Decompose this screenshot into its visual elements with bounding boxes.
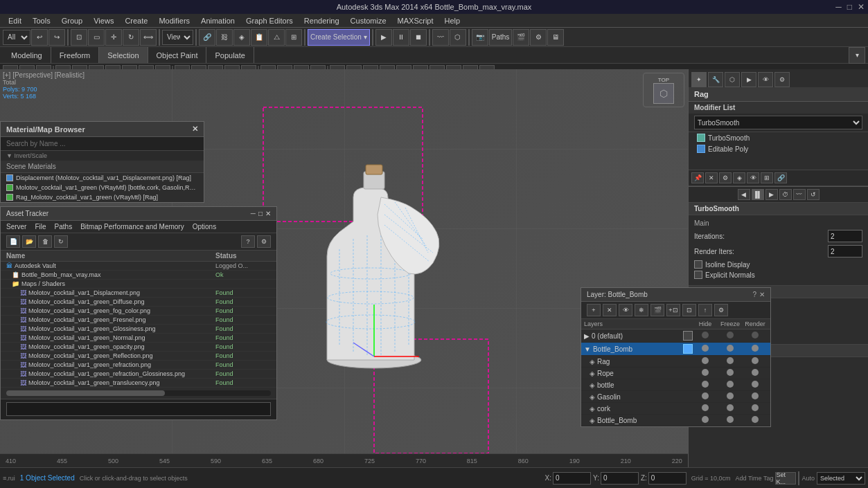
next-btn[interactable]: ▶ — [765, 189, 778, 200]
menu-modifiers[interactable]: Modifiers — [153, 15, 195, 26]
curve-editor-btn[interactable]: 〰 — [432, 29, 449, 46]
lp-freeze-btn[interactable]: ❄ — [635, 304, 648, 316]
move-btn[interactable]: ✛ — [105, 29, 122, 46]
schematic-btn[interactable]: ⬡ — [450, 29, 466, 46]
layer-panel-header[interactable]: Layer: Bottle_Bomb ? ✕ — [581, 288, 770, 302]
populate-options-btn[interactable]: ▾ — [849, 47, 865, 64]
layer-row-0[interactable]: ▶ 0 (default) — [581, 329, 770, 343]
explicit-normals-checkbox[interactable] — [694, 271, 702, 279]
asset-tracker-minimize[interactable]: ─ — [251, 210, 256, 217]
explicit-normals-check[interactable]: Explicit Normals — [694, 271, 862, 279]
render-btn[interactable]: 🎬 — [513, 29, 529, 46]
menu-views[interactable]: Views — [88, 15, 119, 26]
x-input[interactable] — [553, 472, 591, 485]
show-end-result-btn[interactable]: ⊞ — [761, 172, 773, 183]
select-name-btn[interactable]: 📋 — [251, 29, 267, 46]
layer-help-btn[interactable]: ? — [752, 291, 756, 298]
at-row-4[interactable]: 🖼 Molotov_cocktail_var1_green_Diffuse.pn… — [1, 298, 276, 307]
active-btn[interactable]: ▐▌ — [752, 189, 764, 200]
lp-add-btn[interactable]: + — [587, 304, 601, 316]
y-input[interactable] — [601, 472, 639, 485]
layer-row-1[interactable]: ▼ Bottle_Bomb — [581, 343, 770, 356]
tab-freeform[interactable]: Freeform — [51, 47, 100, 63]
rp-tab-hierarchy[interactable]: ⬡ — [725, 72, 740, 87]
at-delete-btn[interactable]: 🗑 — [38, 235, 52, 248]
filter-select[interactable]: Selected — [817, 472, 865, 485]
at-scrollbar[interactable] — [6, 390, 271, 396]
lp-add-select-btn[interactable]: +⊡ — [666, 304, 680, 316]
at-open-btn[interactable]: 📂 — [22, 235, 36, 248]
select-btn[interactable]: ⊡ — [71, 29, 87, 46]
layer-row-cork[interactable]: ◈ cork — [581, 403, 770, 415]
bezier-btn[interactable]: 〰 — [793, 189, 806, 200]
at-row-6[interactable]: 🖼 Molotov_cocktail_var1_green_Fresnel.pn… — [1, 316, 276, 325]
lp-properties-btn[interactable]: ⚙ — [714, 304, 728, 316]
at-refresh-btn[interactable]: ↻ — [54, 235, 68, 248]
at-row-3[interactable]: 🖼 Molotov_cocktail_var1_Displacment.png … — [1, 289, 276, 298]
menu-create[interactable]: Create — [119, 15, 153, 26]
menu-customize[interactable]: Customize — [345, 15, 392, 26]
bind-btn[interactable]: ◈ — [233, 29, 250, 46]
menu-graph-editors[interactable]: Graph Editors — [240, 15, 299, 26]
layer-row-rag[interactable]: ◈ Rag — [581, 356, 770, 368]
mirror-btn[interactable]: ⧍ — [268, 29, 285, 46]
render-setup-btn[interactable]: ⚙ — [530, 29, 547, 46]
view-select[interactable]: View — [162, 30, 193, 45]
undo-btn[interactable]: ↩ — [31, 29, 48, 46]
menu-rendering[interactable]: Rendering — [299, 15, 345, 26]
asset-tracker-close[interactable]: ✕ — [265, 210, 271, 217]
z-input[interactable] — [648, 472, 687, 485]
menu-edit[interactable]: Edit — [3, 15, 27, 26]
at-row-2[interactable]: 📁 Maps / Shaders — [1, 280, 276, 289]
render-frame-btn[interactable]: 🖥 — [547, 29, 564, 46]
layer-row-rope[interactable]: ◈ Rope — [581, 368, 770, 379]
mat-item-1[interactable]: Molotov_cocktail_var1_green (VRayMtl) [b… — [1, 183, 204, 192]
rp-tab-modify[interactable]: 🔧 — [708, 72, 723, 87]
set-key-btn[interactable]: Set K... — [775, 472, 796, 485]
render-iters-input[interactable] — [828, 245, 862, 257]
mode-select[interactable]: All — [3, 30, 30, 45]
turbosmoothsection-header[interactable]: TurboSmooth — [689, 203, 868, 215]
rp-tab-create[interactable]: ✦ — [691, 72, 707, 87]
modifier-select[interactable]: TurboSmooth Editable Poly — [694, 116, 862, 129]
layer-active-indicator[interactable] — [683, 344, 693, 354]
at-row-8[interactable]: 🖼 Molotov_cocktail_var1_green_Normal.png… — [1, 334, 276, 343]
modifier-turbosmoothitem[interactable]: TurboSmooth — [689, 132, 868, 143]
keyframes-btn[interactable]: ⏱ — [779, 189, 792, 200]
mat-browser-header[interactable]: Material/Map Browser ✕ — [1, 122, 204, 137]
lp-move-btn[interactable]: ↑ — [698, 304, 712, 316]
isoline-checkbox[interactable] — [694, 260, 702, 269]
isoline-check[interactable]: Isoline Display — [694, 260, 862, 269]
asset-tracker-header[interactable]: Asset Tracker ─ □ ✕ — [1, 207, 276, 221]
mat-browser-close[interactable]: ✕ — [192, 125, 198, 134]
view-cube[interactable]: TOP ⬡ — [643, 73, 684, 107]
mat-item-0[interactable]: Displacement (Molotov_cocktail_var1_Disp… — [1, 173, 204, 183]
at-menu-options[interactable]: Options — [193, 223, 216, 231]
rp-tab-display[interactable]: 👁 — [758, 72, 773, 87]
stop-btn[interactable]: ⏹ — [410, 29, 427, 46]
layer-row-gasolin[interactable]: ◈ Gasolin — [581, 391, 770, 403]
create-selection-btn[interactable]: Create Selection ▾ — [308, 29, 370, 46]
at-new-btn[interactable]: 📄 — [6, 235, 20, 248]
at-row-0[interactable]: 🏛 Autodesk Vault Logged O... — [1, 262, 276, 271]
at-path-input[interactable] — [6, 402, 271, 416]
align-btn[interactable]: ⊞ — [285, 29, 302, 46]
lp-render-btn[interactable]: 🎬 — [650, 304, 664, 316]
layer-row-bottle[interactable]: ◈ bottle — [581, 379, 770, 391]
link-btn[interactable]: 🔗 — [199, 29, 215, 46]
menu-help[interactable]: Help — [439, 15, 466, 26]
loop-btn[interactable]: ↺ — [807, 189, 820, 200]
at-row-7[interactable]: 🖼 Molotov_cocktail_var1_green_Glossiness… — [1, 325, 276, 334]
layer-row-bottle2[interactable]: ◈ Bottle_Bomb — [581, 415, 770, 426]
tab-populate[interactable]: Populate — [206, 47, 254, 63]
lp-delete-btn[interactable]: ✕ — [603, 304, 617, 316]
at-row-5[interactable]: 🖼 Molotov_cocktail_var1_green_fog_color.… — [1, 307, 276, 316]
pause-btn[interactable]: ⏸ — [393, 29, 409, 46]
mat-item-2[interactable]: Rag_Molotov_cocktail_var1_green (VRayMtl… — [1, 192, 204, 202]
remove-modifier-btn[interactable]: ✕ — [705, 172, 718, 183]
at-help-btn[interactable]: ? — [241, 235, 255, 248]
menu-group[interactable]: Group — [56, 15, 89, 26]
at-row-10[interactable]: 🖼 Molotov_cocktail_var1_green_Reflection… — [1, 352, 276, 361]
screenshot-btn[interactable]: 📷 — [472, 29, 488, 46]
tab-selection[interactable]: Selection — [99, 47, 148, 63]
